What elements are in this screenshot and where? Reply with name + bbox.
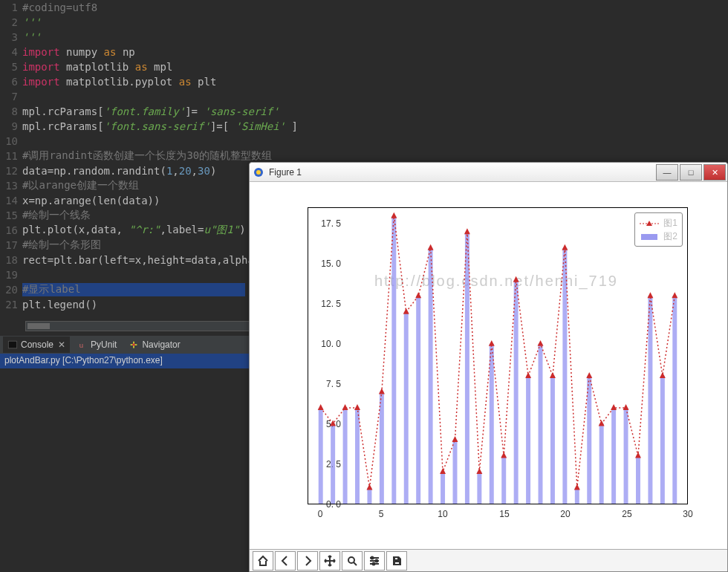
svg-rect-29 [599,423,604,504]
svg-rect-37 [641,234,657,240]
back-icon[interactable] [275,551,296,571]
svg-rect-24 [539,344,543,504]
save-icon[interactable] [386,551,407,571]
xtick: 10 [438,509,447,519]
matplotlib-toolbar [250,549,727,571]
svg-rect-30 [611,408,616,504]
xtick: 20 [560,509,570,519]
svg-rect-9 [355,408,360,504]
svg-rect-10 [367,487,371,504]
legend-marker-1 [640,219,659,227]
maximize-button[interactable]: □ [680,164,702,181]
code-line: #coding=utf8 [22,1,97,13]
close-button[interactable]: ✕ [703,164,726,181]
figure-titlebar[interactable]: Figure 1 — □ ✕ [250,163,727,182]
pan-icon[interactable] [319,551,340,571]
figure-window[interactable]: Figure 1 — □ ✕ http://blog.csdn.net/henn… [249,162,728,572]
tab-navigator[interactable]: Navigator [124,337,184,353]
tab-console-label: Console [21,339,53,350]
svg-rect-14 [416,296,420,504]
tab-console[interactable]: Console ✕ [3,337,70,353]
svg-rect-22 [514,280,519,504]
svg-rect-6 [319,408,323,504]
svg-rect-33 [648,296,652,504]
svg-point-40 [376,559,378,562]
svg-rect-32 [636,455,640,504]
forward-icon[interactable] [297,551,318,571]
svg-rect-25 [550,376,555,504]
xtick: 30 [683,509,692,519]
configure-icon[interactable] [364,551,385,571]
svg-rect-20 [490,344,494,504]
app-icon [253,166,264,178]
scrollbar-thumb[interactable] [27,323,50,329]
figure-title: Figure 1 [269,167,302,178]
xtick: 15 [499,509,509,519]
svg-point-39 [371,556,374,559]
svg-rect-31 [624,408,628,504]
svg-point-41 [373,562,375,565]
legend-marker-2 [640,233,659,240]
svg-rect-11 [380,391,384,504]
svg-rect-8 [343,408,348,504]
tab-pyunit-label: PyUnit [91,339,117,350]
svg-rect-26 [562,248,567,504]
svg-rect-21 [501,455,506,504]
svg-rect-23 [526,376,530,504]
svg-point-3 [133,343,136,346]
svg-rect-16 [441,472,445,504]
svg-point-5 [256,170,261,175]
xtick: 0 [318,509,323,519]
svg-text:u: u [79,341,83,349]
svg-rect-27 [575,487,579,504]
xtick: 5 [379,509,384,519]
zoom-icon[interactable] [342,551,363,571]
svg-rect-43 [394,562,400,565]
gutter: 1 [0,1,22,13]
plot-area: 图1 图2 [308,207,688,504]
legend-label-1: 图1 [663,217,677,230]
close-icon[interactable]: ✕ [58,339,65,350]
svg-rect-19 [477,472,481,504]
svg-rect-7 [331,423,335,504]
svg-rect-12 [391,216,396,504]
svg-rect-28 [587,376,591,504]
svg-rect-34 [660,376,665,504]
pyunit-icon: u [77,339,88,350]
xtick: 25 [622,509,631,519]
svg-rect-42 [394,557,398,560]
svg-point-38 [348,557,354,563]
navigator-icon [129,339,139,350]
svg-rect-13 [404,312,409,504]
tab-navigator-label: Navigator [142,339,180,350]
console-icon [7,339,18,350]
svg-rect-17 [452,440,457,504]
legend: 图1 图2 [634,212,683,247]
legend-label-2: 图2 [663,230,677,243]
svg-rect-1 [9,342,17,348]
home-icon[interactable] [253,551,273,571]
tab-pyunit[interactable]: u PyUnit [73,337,121,353]
minimize-button[interactable]: — [656,164,678,181]
svg-rect-35 [672,296,677,504]
selected-line: #显示label [22,283,245,296]
